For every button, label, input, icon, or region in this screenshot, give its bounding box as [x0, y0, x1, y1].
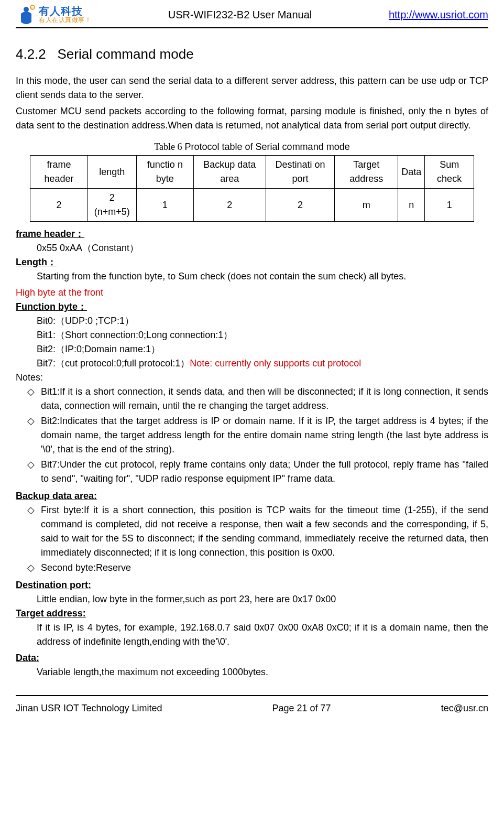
svg-point-0 — [24, 7, 29, 12]
page-footer: Jinan USR IOT Technology Limited Page 21… — [16, 695, 488, 726]
func-bit2: Bit2:（IP:0;Domain name:1） — [16, 342, 488, 356]
length-note-red: High byte at the front — [16, 287, 103, 298]
func-bit7-note: Note: currently only supports cut protoc… — [190, 358, 361, 368]
td: m — [335, 189, 398, 222]
table-caption-rest: Protocol table of Serial command mode — [182, 142, 350, 152]
length-value: Starting from the function byte, to Sum … — [16, 269, 488, 284]
page-header: R 有人科技 有人在认真做事！ USR-WIFI232-B2 User Manu… — [16, 0, 488, 28]
footer-right: tec@usr.cn — [441, 701, 488, 715]
th: Backup data area — [193, 156, 266, 189]
section-title: Serial command mode — [58, 46, 194, 62]
list-item: First byte:If it is a short connection, … — [27, 503, 488, 560]
list-item: Second byte:Reserve — [27, 561, 488, 575]
dest-port-label: Destination port: — [16, 580, 91, 590]
th: Data — [398, 156, 425, 189]
logo-text-bottom: 有人在认真做事！ — [39, 17, 91, 24]
td: 1 — [425, 189, 474, 222]
logo: R 有人科技 有人在认真做事！ — [16, 4, 91, 25]
th: Sum check — [425, 156, 474, 189]
td: 2 — [193, 189, 266, 222]
list-item: Bit1:If it is a short connection, it sen… — [27, 385, 488, 413]
table-caption-prefix: Table 6 — [154, 142, 182, 152]
td: 2 (n+m+5) — [87, 189, 136, 222]
backup-list: First byte:If it is a short connection, … — [16, 503, 488, 575]
th: Destinati on port — [266, 156, 335, 189]
th: frame header — [30, 156, 88, 189]
function-byte-label: Function byte： — [16, 301, 87, 312]
th: functio n byte — [136, 156, 193, 189]
func-bit1: Bit1:（Short connection:0;Long connection… — [16, 328, 488, 342]
website-link[interactable]: http://www.usriot.com — [389, 7, 488, 23]
td: 2 — [266, 189, 335, 222]
table-header-row: frame header length functio n byte Backu… — [30, 156, 474, 189]
func-bit0: Bit0:（UDP:0 ;TCP:1） — [16, 314, 488, 328]
func-bit7-text: Bit7:（cut protocol:0;full protocol:1） — [37, 358, 190, 368]
backup-label: Backup data area: — [16, 491, 97, 501]
doc-title: USR-WIFI232-B2 User Manual — [91, 7, 389, 23]
logo-icon: R — [16, 4, 37, 25]
td: n — [398, 189, 425, 222]
func-bit7: Bit7:（cut protocol:0;full protocol:1）Not… — [16, 356, 488, 371]
th: length — [87, 156, 136, 189]
para-1: In this mode, the user can send the seri… — [16, 74, 488, 102]
list-item: Bit7:Under the cut protocol, reply frame… — [27, 458, 488, 486]
data-label: Data: — [16, 653, 39, 663]
protocol-table: frame header length functio n byte Backu… — [30, 155, 474, 222]
target-address-value: If it is IP, is 4 bytes, for example, 19… — [16, 621, 488, 649]
para-2: Customer MCU send packets according to t… — [16, 104, 488, 133]
dest-port-value: Little endian, low byte in the former,su… — [16, 592, 488, 606]
td: 2 — [30, 189, 88, 222]
notes-list: Bit1:If it is a short connection, it sen… — [16, 385, 488, 486]
length-text: Starting from the function byte, to Sum … — [37, 271, 406, 281]
logo-text-top: 有人科技 — [39, 5, 91, 17]
length-label: Length： — [16, 257, 57, 267]
frame-header-value: 0x55 0xAA（Constant） — [16, 241, 488, 255]
footer-left: Jinan USR IOT Technology Limited — [16, 701, 162, 715]
footer-center: Page 21 of 77 — [162, 701, 441, 715]
td: 1 — [136, 189, 193, 222]
section-number: 4.2.2 — [16, 46, 46, 62]
table-caption: Table 6 Protocol table of Serial command… — [16, 140, 488, 154]
list-item: Bit2:Indicates that the target address i… — [27, 414, 488, 457]
frame-header-label: frame header： — [16, 229, 84, 239]
section-heading: 4.2.2 Serial command mode — [16, 44, 488, 64]
svg-text:R: R — [31, 6, 34, 9]
logo-text: 有人科技 有人在认真做事！ — [39, 5, 91, 24]
notes-label: Notes: — [16, 371, 488, 385]
th: Target address — [335, 156, 398, 189]
table-value-row: 2 2 (n+m+5) 1 2 2 m n 1 — [30, 189, 474, 222]
data-value: Variable length,the maximum not exceedin… — [16, 665, 488, 679]
target-address-label: Target address: — [16, 608, 86, 619]
